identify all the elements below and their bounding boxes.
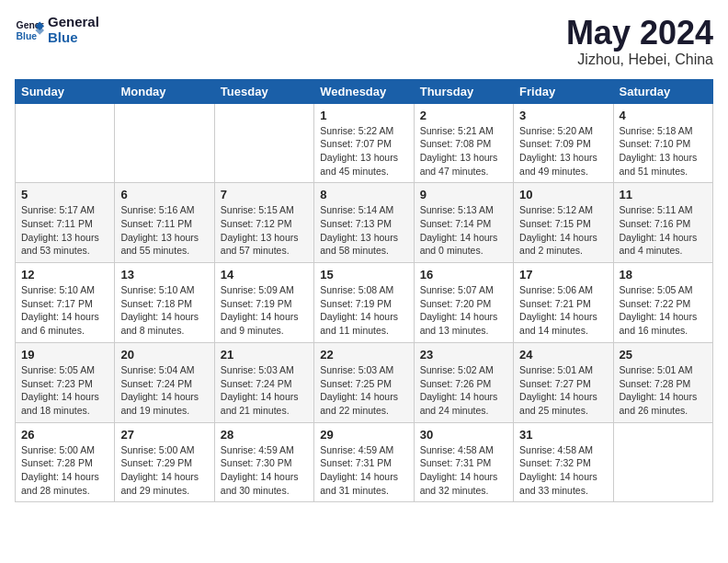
day-info: Sunrise: 5:05 AMSunset: 7:23 PMDaylight:…	[21, 363, 108, 418]
day-header-sunday: Sunday	[16, 79, 115, 103]
day-info: Sunrise: 5:13 AMSunset: 7:14 PMDaylight:…	[420, 203, 507, 258]
svg-text:Blue: Blue	[17, 30, 38, 40]
day-info: Sunrise: 5:02 AMSunset: 7:26 PMDaylight:…	[420, 363, 507, 418]
calendar-table: SundayMondayTuesdayWednesdayThursdayFrid…	[15, 79, 713, 503]
day-info: Sunrise: 5:11 AMSunset: 7:16 PMDaylight:…	[620, 203, 707, 258]
day-info: Sunrise: 5:09 AMSunset: 7:19 PMDaylight:…	[221, 283, 308, 338]
day-number: 14	[221, 268, 308, 282]
calendar-cell: 27Sunrise: 5:00 AMSunset: 7:29 PMDayligh…	[115, 422, 214, 502]
day-info: Sunrise: 5:15 AMSunset: 7:12 PMDaylight:…	[221, 203, 308, 258]
day-number: 20	[120, 348, 208, 362]
day-header-friday: Friday	[514, 79, 613, 103]
location: Jizhou, Hebei, China	[566, 52, 713, 68]
calendar-cell: 8Sunrise: 5:14 AMSunset: 7:13 PMDaylight…	[314, 183, 414, 263]
day-number: 8	[320, 188, 407, 201]
calendar-cell: 12Sunrise: 5:10 AMSunset: 7:17 PMDayligh…	[16, 263, 115, 343]
day-info: Sunrise: 5:14 AMSunset: 7:13 PMDaylight:…	[320, 203, 407, 258]
calendar-cell: 23Sunrise: 5:02 AMSunset: 7:26 PMDayligh…	[414, 342, 513, 422]
calendar-cell: 13Sunrise: 5:10 AMSunset: 7:18 PMDayligh…	[115, 263, 214, 343]
calendar-cell: 24Sunrise: 5:01 AMSunset: 7:27 PMDayligh…	[514, 342, 613, 422]
day-info: Sunrise: 4:59 AMSunset: 7:30 PMDaylight:…	[221, 443, 308, 498]
calendar-cell: 11Sunrise: 5:11 AMSunset: 7:16 PMDayligh…	[613, 183, 712, 263]
calendar-cell: 16Sunrise: 5:07 AMSunset: 7:20 PMDayligh…	[414, 263, 513, 343]
calendar-cell: 7Sunrise: 5:15 AMSunset: 7:12 PMDaylight…	[214, 183, 313, 263]
logo-text-line1: General	[48, 15, 99, 30]
calendar-cell: 18Sunrise: 5:05 AMSunset: 7:22 PMDayligh…	[613, 263, 712, 343]
day-number: 12	[21, 268, 108, 282]
day-header-thursday: Thursday	[414, 79, 513, 103]
calendar-week-row: 12Sunrise: 5:10 AMSunset: 7:17 PMDayligh…	[16, 263, 713, 343]
calendar-cell: 30Sunrise: 4:58 AMSunset: 7:31 PMDayligh…	[414, 422, 513, 502]
calendar-week-row: 5Sunrise: 5:17 AMSunset: 7:11 PMDaylight…	[16, 183, 713, 263]
calendar-cell: 19Sunrise: 5:05 AMSunset: 7:23 PMDayligh…	[16, 342, 115, 422]
day-number: 31	[519, 428, 607, 442]
day-info: Sunrise: 5:03 AMSunset: 7:24 PMDaylight:…	[221, 363, 308, 418]
day-info: Sunrise: 5:07 AMSunset: 7:20 PMDaylight:…	[420, 283, 507, 338]
day-number: 21	[221, 348, 308, 362]
day-info: Sunrise: 5:20 AMSunset: 7:09 PMDaylight:…	[519, 124, 607, 178]
title-block: May 2024 Jizhou, Hebei, China	[566, 15, 713, 68]
day-info: Sunrise: 5:22 AMSunset: 7:07 PMDaylight:…	[320, 124, 407, 178]
logo-text-line2: Blue	[48, 30, 99, 46]
day-number: 27	[120, 428, 208, 442]
page-header: General Blue General Blue May 2024 Jizho…	[15, 15, 713, 68]
day-info: Sunrise: 5:18 AMSunset: 7:10 PMDaylight:…	[620, 124, 707, 178]
day-number: 9	[420, 188, 507, 201]
day-info: Sunrise: 5:10 AMSunset: 7:18 PMDaylight:…	[120, 283, 208, 338]
day-number: 30	[420, 428, 507, 442]
day-header-monday: Monday	[115, 79, 214, 103]
day-info: Sunrise: 5:17 AMSunset: 7:11 PMDaylight:…	[21, 203, 108, 258]
calendar-cell: 3Sunrise: 5:20 AMSunset: 7:09 PMDaylight…	[514, 103, 613, 183]
day-info: Sunrise: 5:03 AMSunset: 7:25 PMDaylight:…	[320, 363, 407, 418]
day-number: 28	[221, 428, 308, 442]
calendar-cell: 9Sunrise: 5:13 AMSunset: 7:14 PMDaylight…	[414, 183, 513, 263]
day-number: 1	[320, 109, 407, 122]
day-info: Sunrise: 5:16 AMSunset: 7:11 PMDaylight:…	[120, 203, 208, 258]
calendar-header-row: SundayMondayTuesdayWednesdayThursdayFrid…	[16, 79, 713, 103]
calendar-cell	[115, 103, 214, 183]
logo: General Blue General Blue	[15, 15, 99, 45]
calendar-cell: 15Sunrise: 5:08 AMSunset: 7:19 PMDayligh…	[314, 263, 414, 343]
calendar-cell: 22Sunrise: 5:03 AMSunset: 7:25 PMDayligh…	[314, 342, 414, 422]
calendar-cell	[16, 103, 115, 183]
calendar-cell: 26Sunrise: 5:00 AMSunset: 7:28 PMDayligh…	[16, 422, 115, 502]
day-number: 6	[120, 188, 208, 201]
day-number: 13	[120, 268, 208, 282]
day-info: Sunrise: 5:06 AMSunset: 7:21 PMDaylight:…	[519, 283, 607, 338]
day-info: Sunrise: 5:01 AMSunset: 7:28 PMDaylight:…	[620, 363, 707, 418]
day-number: 29	[320, 428, 407, 442]
calendar-cell: 4Sunrise: 5:18 AMSunset: 7:10 PMDaylight…	[613, 103, 712, 183]
day-number: 25	[620, 348, 707, 362]
day-number: 3	[519, 109, 607, 122]
day-number: 2	[420, 109, 507, 122]
day-number: 24	[519, 348, 607, 362]
day-number: 16	[420, 268, 507, 282]
calendar-cell: 29Sunrise: 4:59 AMSunset: 7:31 PMDayligh…	[314, 422, 414, 502]
day-number: 22	[320, 348, 407, 362]
day-info: Sunrise: 4:59 AMSunset: 7:31 PMDaylight:…	[320, 443, 407, 498]
day-info: Sunrise: 4:58 AMSunset: 7:31 PMDaylight:…	[420, 443, 507, 498]
day-info: Sunrise: 5:00 AMSunset: 7:28 PMDaylight:…	[21, 443, 108, 498]
calendar-cell: 21Sunrise: 5:03 AMSunset: 7:24 PMDayligh…	[214, 342, 313, 422]
day-number: 7	[221, 188, 308, 201]
month-title: May 2024	[566, 15, 713, 52]
day-info: Sunrise: 5:21 AMSunset: 7:08 PMDaylight:…	[420, 124, 507, 178]
day-info: Sunrise: 4:58 AMSunset: 7:32 PMDaylight:…	[519, 443, 607, 498]
calendar-cell: 6Sunrise: 5:16 AMSunset: 7:11 PMDaylight…	[115, 183, 214, 263]
calendar-cell: 1Sunrise: 5:22 AMSunset: 7:07 PMDaylight…	[314, 103, 414, 183]
calendar-cell: 2Sunrise: 5:21 AMSunset: 7:08 PMDaylight…	[414, 103, 513, 183]
day-number: 18	[620, 268, 707, 282]
day-number: 15	[320, 268, 407, 282]
day-number: 11	[620, 188, 707, 201]
day-number: 10	[519, 188, 607, 201]
calendar-cell: 28Sunrise: 4:59 AMSunset: 7:30 PMDayligh…	[214, 422, 313, 502]
day-info: Sunrise: 5:12 AMSunset: 7:15 PMDaylight:…	[519, 203, 607, 258]
logo-icon: General Blue	[15, 16, 44, 45]
calendar-cell: 14Sunrise: 5:09 AMSunset: 7:19 PMDayligh…	[214, 263, 313, 343]
calendar-cell	[613, 422, 712, 502]
day-number: 17	[519, 268, 607, 282]
calendar-cell: 10Sunrise: 5:12 AMSunset: 7:15 PMDayligh…	[514, 183, 613, 263]
day-number: 4	[620, 109, 707, 122]
calendar-week-row: 26Sunrise: 5:00 AMSunset: 7:28 PMDayligh…	[16, 422, 713, 502]
day-number: 19	[21, 348, 108, 362]
